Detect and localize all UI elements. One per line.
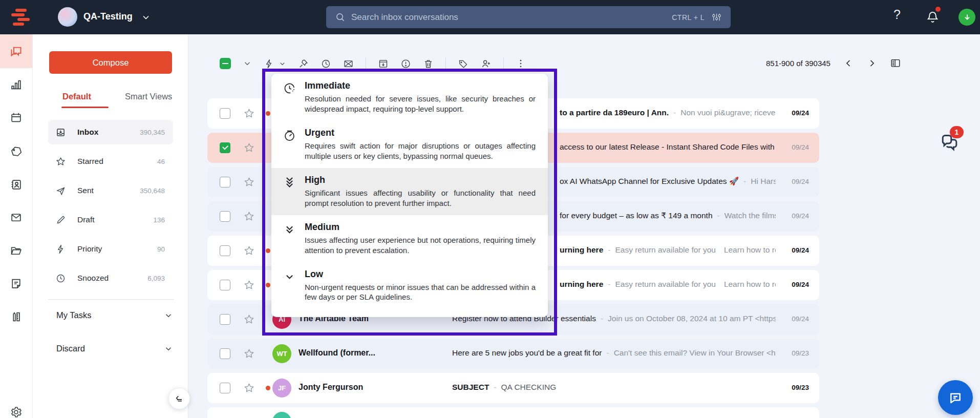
star-icon[interactable] <box>243 176 255 188</box>
collapse-icon <box>174 393 184 404</box>
star-icon[interactable] <box>243 314 255 325</box>
avatar: WT <box>272 344 291 363</box>
rail-item-mail[interactable] <box>0 204 32 230</box>
sidebar-item-sent[interactable]: Sent 350,648 <box>48 178 173 203</box>
row-checkbox[interactable] <box>220 245 230 256</box>
search-filter-icon[interactable] <box>712 12 721 22</box>
next-page-icon[interactable] <box>867 58 877 68</box>
snooze-clock-icon[interactable] <box>321 58 331 69</box>
rail-item-knowledge[interactable] <box>0 304 32 329</box>
email-date: 09/24 <box>792 178 809 185</box>
mark-spam-icon[interactable] <box>343 58 354 69</box>
compose-button[interactable]: Compose <box>49 51 172 74</box>
row-checkbox[interactable] <box>220 211 230 222</box>
priority-option-title: Urgent <box>305 128 536 138</box>
paper-plane-icon <box>55 185 66 196</box>
clock-icon <box>55 273 66 284</box>
star-icon[interactable] <box>243 211 255 222</box>
toolbar-divider <box>366 57 366 70</box>
star-icon[interactable] <box>243 382 255 394</box>
org-chevron-down-icon[interactable] <box>142 13 150 22</box>
email-date: 09/24 <box>792 246 809 254</box>
trash-icon[interactable] <box>423 58 434 69</box>
app-logo-icon[interactable] <box>11 8 30 26</box>
priority-option-low[interactable]: Low Non-urgent requests or minor issues … <box>271 262 548 309</box>
row-checkbox[interactable] <box>220 383 230 393</box>
gear-icon <box>10 406 23 418</box>
chat-unread-badge: 1 <box>950 126 964 138</box>
tab-smart-views[interactable]: Smart Views <box>125 92 172 101</box>
tag-icon[interactable] <box>458 58 468 69</box>
sidebar-section-my-tasks[interactable]: My Tasks <box>56 310 173 320</box>
email-subject-line: to a partire da 189euro | Ann.-Non vuoi … <box>560 108 776 117</box>
rail-item-calendar[interactable] <box>0 104 32 130</box>
chevron-down-icon <box>279 60 286 68</box>
row-checkbox[interactable] <box>220 314 230 325</box>
search-icon <box>335 12 345 22</box>
low-chevron-icon <box>283 269 298 303</box>
sidebar-item-inbox[interactable]: Inbox 390,345 <box>48 120 173 144</box>
archive-icon[interactable] <box>378 58 389 69</box>
select-options-chevron-icon[interactable] <box>243 59 252 68</box>
reading-pane-icon[interactable] <box>890 57 901 69</box>
priority-option-desc: Resolution needed for severe issues, lik… <box>305 94 536 114</box>
alert-icon[interactable] <box>400 58 411 69</box>
tab-default[interactable]: Default <box>62 92 91 101</box>
row-checkbox-checked[interactable] <box>220 142 230 153</box>
email-row[interactable]: WT Wellfound (former... Here are 5 new j… <box>207 339 819 369</box>
star-icon[interactable] <box>243 245 255 257</box>
priority-option-medium[interactable]: Medium Issues affecting user experience … <box>271 215 548 262</box>
sidebar-divider <box>48 299 174 300</box>
rail-item-conversations[interactable] <box>0 34 32 68</box>
sidebar-item-priority[interactable]: Priority 90 <box>48 237 173 261</box>
team-chat-button[interactable]: 1 <box>939 132 965 159</box>
sidebar-item-snoozed[interactable]: Snoozed 6,093 <box>48 266 173 290</box>
row-checkbox[interactable] <box>220 280 230 290</box>
row-checkbox[interactable] <box>220 348 230 359</box>
row-checkbox[interactable] <box>220 108 230 119</box>
rail-item-settings[interactable] <box>0 399 32 418</box>
active-tab-underline <box>61 107 109 108</box>
rail-item-contacts[interactable] <box>0 172 32 197</box>
select-all-checkbox[interactable] <box>220 58 231 69</box>
priority-option-desc: Non-urgent requests or minor issues that… <box>305 282 536 303</box>
star-icon[interactable] <box>243 348 255 360</box>
live-chat-fab[interactable] <box>938 380 973 415</box>
rail-item-folders[interactable] <box>0 238 32 263</box>
more-options-icon[interactable] <box>516 58 526 69</box>
email-row-partial[interactable] <box>207 407 819 418</box>
email-date: 09/24 <box>792 315 809 323</box>
email-date: 09/24 <box>792 143 809 151</box>
rail-item-tags[interactable] <box>0 138 32 164</box>
priority-option-high[interactable]: High Significant issues affecting usabil… <box>271 168 548 215</box>
priority-button[interactable] <box>264 58 286 69</box>
search-input[interactable]: Search inbox conversations CTRL + L <box>326 6 731 28</box>
notifications-bell-icon[interactable] <box>926 10 940 24</box>
org-name[interactable]: QA-Testing <box>83 11 133 22</box>
star-icon[interactable] <box>243 108 255 119</box>
priority-option-title: Medium <box>305 222 536 233</box>
sidebar-item-draft[interactable]: Draft 136 <box>48 207 173 232</box>
star-icon[interactable] <box>243 142 255 154</box>
sidebar-section-discard[interactable]: Discard <box>56 344 173 353</box>
sidebar-item-starred[interactable]: Starred 46 <box>48 149 173 174</box>
collapse-sidebar-button[interactable] <box>168 388 190 409</box>
priority-option-urgent[interactable]: Urgent Requires swift action for major d… <box>271 121 548 168</box>
row-checkbox[interactable] <box>220 177 230 187</box>
envelope-icon <box>10 211 23 224</box>
help-icon[interactable]: ? <box>893 7 901 22</box>
prev-page-icon[interactable] <box>844 58 854 68</box>
assign-agent-icon[interactable] <box>480 58 492 69</box>
toolbar-divider <box>445 57 446 70</box>
rail-item-analytics[interactable] <box>0 72 32 97</box>
rail-item-notes[interactable] <box>0 270 32 296</box>
avatar <box>272 412 291 418</box>
pin-icon[interactable] <box>298 58 309 69</box>
sidebar: Compose Default Smart Views Inbox 390,34… <box>33 34 188 418</box>
priority-option-immediate[interactable]: Immediate Resolution needed for severe i… <box>271 74 548 121</box>
priority-option-title: High <box>305 175 536 185</box>
org-avatar[interactable] <box>58 7 77 27</box>
user-presence-icon[interactable] <box>958 9 975 26</box>
star-icon[interactable] <box>243 279 255 291</box>
email-row[interactable]: JF Jonty Fergurson SUBJECT-QA CHECKING 0… <box>207 373 819 403</box>
